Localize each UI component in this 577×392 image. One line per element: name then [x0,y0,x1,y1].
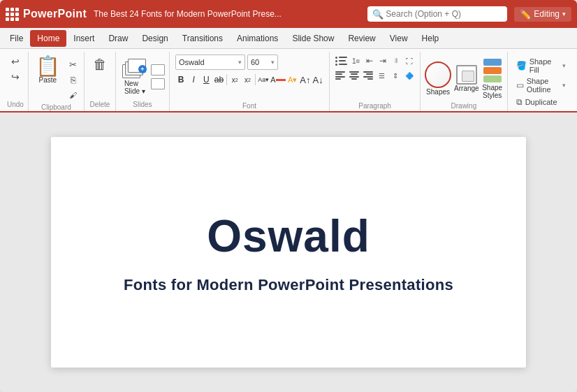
oval-shape-icon [425,61,451,88]
undo-group: ↩ ↪ Undo [3,52,29,111]
shape-props-group: 🪣 Shape Fill ▾ ▭ Shape Outline ▾ ⧉ Dupli… [508,52,574,111]
slide-layout-buttons [151,64,165,89]
font-row: Oswald ▾ 60 ▾ [175,55,323,70]
format-divider-2 [255,74,256,85]
columns-button[interactable]: ⫴ [390,55,402,67]
shape-fill-icon: 🪣 [516,61,527,71]
text-direction-button[interactable]: ⇕ [389,69,402,82]
font-name-value: Oswald [179,58,205,66]
slide-canvas[interactable]: Oswald Fonts for Modern PowerPoint Prese… [51,137,526,368]
underline-button[interactable]: U [200,73,212,87]
justify-button[interactable]: ☰ [376,69,388,82]
decrease-indent-button[interactable]: ⇤ [363,55,375,67]
shape-styles-icon [482,57,503,84]
redo-button[interactable]: ↪ [8,70,22,84]
duplicate-icon: ⧉ [516,97,523,107]
menu-insert[interactable]: Insert [66,30,101,47]
delete-button[interactable]: 🗑 [89,55,111,99]
font-name-select[interactable]: Oswald ▾ [175,55,245,70]
delete-group: 🗑 Delete [85,52,116,111]
canvas-area: Oswald Fonts for Modern PowerPoint Prese… [0,112,577,392]
increase-font-button[interactable]: A↑ [300,73,311,87]
paragraph-group: 1≡ ⇤ ⇥ ⫴ ⛶ [330,52,421,111]
undo-button[interactable]: ↩ [8,55,22,68]
align-right-button[interactable] [362,69,374,82]
align-center-icon [349,71,359,80]
drawing-top: Shapes Arrange Shape [425,55,503,102]
align-left-icon [335,71,345,80]
paste-button[interactable]: 📋 Paste [31,55,64,86]
slide-layout-2[interactable] [151,78,165,89]
editing-label: Editing [534,9,560,19]
italic-button[interactable]: I [188,73,199,87]
ribbon: ↩ ↪ Undo 📋 Paste ✂ ⎘ 🖌 [0,49,577,112]
paragraph-align-row: ☰ ⇕ 🔷 [334,69,416,82]
align-left-button[interactable] [334,69,346,82]
bullet-icon [334,55,349,67]
search-input[interactable] [367,6,507,22]
arrange-button[interactable]: Arrange [454,65,479,92]
document-title: The Best 24 Fonts for Modern PowerPoint … [94,9,360,19]
menu-animations[interactable]: Animations [230,30,285,47]
editing-badge[interactable]: ✏️ Editing ▾ [514,7,571,22]
bullet-list-button[interactable] [334,55,349,67]
ribbon-content: ↩ ↪ Undo 📋 Paste ✂ ⎘ 🖌 [0,49,577,111]
font-color-button[interactable]: A [270,73,285,87]
superscript-button[interactable]: x2 [229,73,240,87]
menu-transitions[interactable]: Transitions [175,30,230,47]
format-painter-button[interactable]: 🖌 [66,88,81,102]
title-bar: PowerPoint The Best 24 Fonts for Modern … [0,0,577,28]
menu-home[interactable]: Home [30,30,66,47]
shape-styles-label: Shape Styles [482,84,502,99]
expand-para-button[interactable]: ⛶ [404,55,416,67]
cut-button[interactable]: ✂ [66,57,81,71]
shape-styles-button[interactable]: Shape Styles [482,57,503,99]
font-size-select[interactable]: 60 ▾ [247,55,278,70]
clipboard-label: Clipboard [41,103,71,111]
new-slide-icon: + [122,59,147,80]
shape-outline-icon: ▭ [516,80,524,90]
bold-button[interactable]: B [175,73,187,87]
font-highlight-button[interactable]: A▾ [287,73,298,87]
menu-design[interactable]: Design [135,30,175,47]
duplicate-button[interactable]: ⧉ Duplicate [513,96,569,108]
clipboard-group: 📋 Paste ✂ ⎘ 🖌 Clipboard [29,52,85,111]
arrange-label: Arrange [454,85,479,92]
menu-help[interactable]: Help [415,30,446,47]
align-center-button[interactable] [348,69,360,82]
smart-art-button[interactable]: 🔷 [403,69,416,82]
shape-outline-button[interactable]: ▭ Shape Outline ▾ [513,75,569,95]
app-window: PowerPoint The Best 24 Fonts for Modern … [0,0,577,392]
search-wrapper: 🔍 [367,6,507,22]
drawing-group: Shapes Arrange Shape [421,52,508,111]
shape-outline-label: Shape Outline [527,77,560,94]
menu-view[interactable]: View [383,30,415,47]
paragraph-top-row: 1≡ ⇤ ⇥ ⫴ ⛶ [334,55,416,67]
plus-badge: + [138,65,147,73]
delete-label: Delete [89,101,110,108]
menu-slideshow[interactable]: Slide Show [285,30,341,47]
shapes-button[interactable]: Shapes [425,61,451,96]
duplicate-label: Duplicate [525,98,557,106]
menu-review[interactable]: Review [341,30,382,47]
strikethrough-button[interactable]: ab [213,73,224,87]
shape-fill-dropdown-icon: ▾ [562,62,566,69]
decrease-font-button[interactable]: A↓ [312,73,323,87]
font-label: Font [175,102,323,111]
paragraph-label: Paragraph [334,102,416,111]
font-group: Oswald ▾ 60 ▾ B I U ab x2 x2 [170,52,330,111]
slide-layout-1[interactable] [151,64,165,75]
copy-button[interactable]: ⎘ [66,73,81,87]
shape-fill-button[interactable]: 🪣 Shape Fill ▾ [513,56,569,75]
menu-file[interactable]: File [3,30,30,47]
menu-draw[interactable]: Draw [101,30,135,47]
new-slide-button[interactable]: + NewSlide ▾ [120,57,149,97]
shapes-label: Shapes [426,88,450,96]
waffle-icon[interactable] [6,8,19,21]
subscript-button[interactable]: x2 [242,73,253,87]
numbered-list-button[interactable]: 1≡ [350,55,362,67]
font-case-button[interactable]: Aa▾ [258,73,269,87]
increase-indent-button[interactable]: ⇥ [377,55,388,67]
app-name: PowerPoint [23,8,87,20]
undo-label: Undo [7,101,24,108]
